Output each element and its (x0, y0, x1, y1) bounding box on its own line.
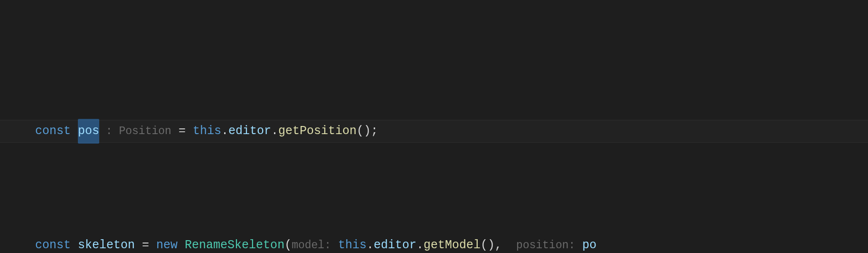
operator-eq: = (142, 234, 156, 253)
dot: . (367, 234, 374, 253)
operator-eq: = (171, 120, 193, 143)
keyword-const: const (35, 234, 71, 253)
dot: . (416, 234, 424, 253)
space (331, 234, 338, 253)
paren-open: ( (284, 234, 292, 253)
dot: . (221, 120, 228, 143)
method-getPosition: getPosition (278, 120, 357, 143)
class-rename-skeleton: RenameSkeleton (185, 234, 284, 253)
code-line[interactable]: const pos : Position = this.editor.getPo… (0, 120, 868, 143)
member-editor: editor (228, 120, 271, 143)
method-getModel: getModel (424, 234, 481, 253)
space (575, 234, 582, 253)
inlay-hint-model: model: (292, 234, 331, 253)
inlay-hint-position: position: (516, 234, 575, 253)
space (178, 234, 185, 253)
call-close: (), (481, 234, 516, 253)
space (71, 120, 78, 143)
dot: . (271, 120, 278, 143)
variable-skeleton: skeleton (71, 234, 142, 253)
variable-pos: pos (78, 124, 99, 138)
code-editor[interactable]: const pos : Position = this.editor.getPo… (0, 0, 868, 253)
code-line[interactable]: const skeleton = new RenameSkeleton(mode… (0, 234, 868, 253)
inlay-hint-type: : Position (99, 120, 171, 143)
keyword-this: this (338, 234, 367, 253)
call-close: (); (357, 120, 378, 143)
keyword-new: new (156, 234, 178, 253)
member-editor: editor (374, 234, 416, 253)
keyword-this: this (193, 120, 221, 143)
variable-pos-arg: po (582, 234, 596, 253)
keyword-const: const (35, 120, 71, 143)
